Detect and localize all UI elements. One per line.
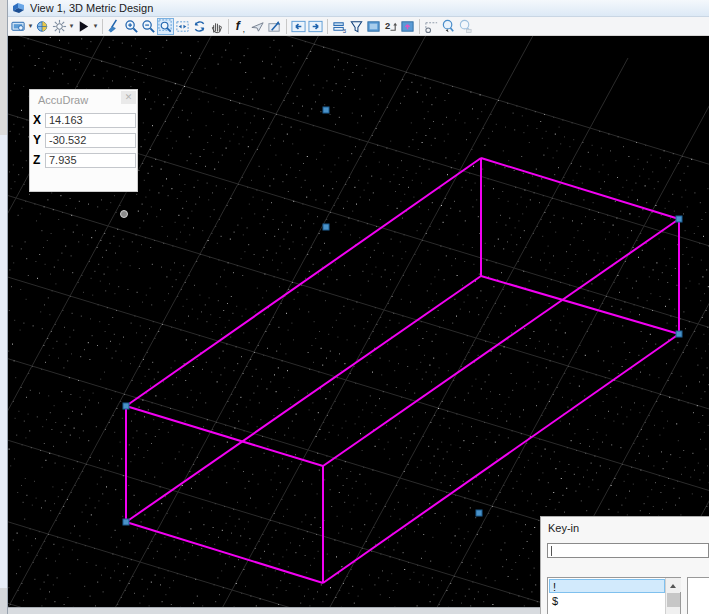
keyin-command-list[interactable]: !$ xyxy=(547,577,681,614)
keyin-list-scrollbar[interactable] xyxy=(665,578,680,614)
application-screen: View 1, 3D Metric Design ▾▾▾f,32 AccuDra… xyxy=(0,0,709,614)
selection-handle xyxy=(123,403,129,409)
selection-handle xyxy=(323,107,329,113)
selection-handle xyxy=(676,216,682,222)
keyin-title: Key-in xyxy=(548,522,579,534)
accudraw-label-x: X xyxy=(33,113,44,127)
accudraw-row-x: X14.163 xyxy=(33,112,136,128)
accudraw-field-y[interactable]: -30.532 xyxy=(45,133,136,148)
accudraw-label-y: Y xyxy=(33,133,44,147)
accudraw-window: AccuDraw ✕ X14.163Y-30.532Z7.935 xyxy=(29,89,138,192)
selection-handle xyxy=(123,519,129,525)
accudraw-field-z[interactable]: 7.935 xyxy=(45,153,136,168)
selection-handle xyxy=(476,510,482,516)
accudraw-row-z: Z7.935 xyxy=(33,152,136,168)
keyin-input[interactable] xyxy=(547,543,709,558)
close-icon[interactable]: ✕ xyxy=(121,91,136,104)
accudraw-origin-dot xyxy=(121,211,128,218)
keyin-window: Key-in !$ xyxy=(540,516,709,614)
selection-handle xyxy=(323,224,329,230)
selection-handle xyxy=(676,331,682,337)
accudraw-label-z: Z xyxy=(33,153,44,167)
keyin-subcommand-list[interactable] xyxy=(687,577,709,614)
accudraw-title: AccuDraw xyxy=(38,94,88,106)
scrollbar-thumb[interactable] xyxy=(667,593,680,607)
accudraw-field-x[interactable]: 14.163 xyxy=(45,113,136,128)
keyin-list-item[interactable]: ! xyxy=(549,579,665,593)
scroll-up-icon[interactable] xyxy=(666,578,681,592)
keyin-list-item[interactable]: $ xyxy=(549,594,665,608)
view-window-bottom-edge xyxy=(8,607,540,614)
accudraw-row-y: Y-30.532 xyxy=(33,132,136,148)
text-caret xyxy=(551,546,552,556)
